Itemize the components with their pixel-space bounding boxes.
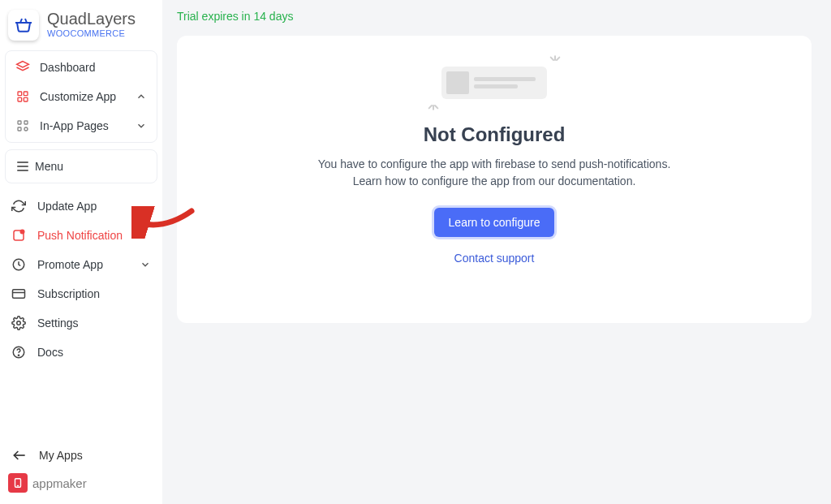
panel-desc-line1: You have to configure the app with fireb… [193, 156, 795, 173]
svg-point-16 [18, 355, 19, 355]
sidebar-item-promote-app[interactable]: Promote App [0, 250, 162, 279]
not-configured-panel: Not Configured You have to configure the… [177, 36, 812, 323]
sidebar-item-dashboard[interactable]: Dashboard [6, 53, 157, 82]
svg-rect-2 [24, 92, 28, 96]
my-apps-link[interactable]: My Apps [0, 441, 162, 470]
sidebar: QuadLayers WOOCOMMERCE Dashboard Customi… [0, 0, 162, 504]
trial-banner: Trial expires in 14 days [177, 10, 812, 23]
sidebar-item-subscription[interactable]: Subscription [0, 279, 162, 308]
sidebar-item-label: Docs [37, 346, 63, 359]
brand-block: QuadLayers WOOCOMMERCE [0, 0, 162, 47]
svg-rect-7 [18, 127, 21, 131]
card-icon [11, 286, 26, 301]
main-content: Trial expires in 14 days Not Configured … [162, 0, 831, 504]
clock-icon [11, 257, 26, 272]
contact-support-link[interactable]: Contact support [193, 252, 795, 265]
apps-icon [15, 118, 30, 133]
basket-icon [14, 15, 33, 35]
svg-rect-1 [18, 92, 22, 96]
help-icon [11, 345, 26, 360]
svg-marker-0 [17, 62, 29, 68]
nav-group-menu: Menu [5, 149, 157, 183]
svg-rect-4 [24, 97, 28, 101]
panel-title: Not Configured [193, 123, 795, 146]
placeholder-illustration [441, 67, 547, 99]
sidebar-item-inapp-pages[interactable]: In-App Pages [6, 111, 157, 140]
notification-icon [11, 228, 26, 243]
brand-subtitle: WOOCOMMERCE [47, 28, 136, 39]
panel-desc-line2: Learn how to configure the app from our … [193, 173, 795, 190]
sidebar-footer: My Apps appmaker [0, 434, 162, 504]
appmaker-icon [8, 473, 28, 493]
svg-rect-5 [18, 121, 21, 124]
gear-icon [11, 316, 26, 330]
svg-point-14 [17, 321, 21, 325]
my-apps-label: My Apps [39, 449, 83, 462]
appmaker-label: appmaker [32, 476, 87, 490]
sidebar-item-label: Settings [37, 317, 79, 330]
layers-icon [15, 60, 30, 75]
learn-to-configure-button[interactable]: Learn to configure [434, 208, 555, 237]
sidebar-item-label: In-App Pages [40, 119, 136, 132]
sidebar-item-label: Customize App [40, 90, 136, 103]
sidebar-item-customize[interactable]: Customize App [6, 82, 157, 111]
chevron-up-icon [136, 91, 147, 102]
brand-title: QuadLayers [47, 10, 136, 28]
svg-rect-3 [18, 97, 22, 101]
spark-icon [549, 55, 562, 71]
nav-group-main: Dashboard Customize App In-App Pages [5, 50, 157, 143]
sidebar-item-label: Promote App [37, 258, 140, 271]
appmaker-brand: appmaker [0, 470, 162, 496]
svg-point-10 [20, 230, 25, 235]
sidebar-item-label: Dashboard [40, 61, 147, 74]
svg-line-25 [429, 106, 432, 108]
chevron-down-icon [140, 259, 151, 270]
arrow-left-icon [11, 447, 28, 463]
svg-rect-12 [13, 290, 25, 299]
svg-line-20 [551, 58, 553, 60]
svg-line-23 [435, 106, 437, 108]
svg-rect-6 [24, 121, 28, 124]
sidebar-item-label: Push Notification [37, 229, 123, 242]
chevron-down-icon [136, 120, 147, 131]
spark-icon [427, 95, 440, 110]
sidebar-item-update-app[interactable]: Update App [0, 192, 162, 221]
sidebar-item-label: Subscription [37, 287, 100, 300]
brand-logo [8, 10, 39, 41]
sidebar-item-menu[interactable]: Menu [6, 152, 157, 181]
sidebar-item-settings[interactable]: Settings [0, 308, 162, 338]
refresh-icon [11, 199, 26, 213]
sidebar-item-label: Menu [35, 160, 63, 173]
sidebar-item-docs[interactable]: Docs [0, 338, 162, 367]
nav-plain-list: Update App Push Notification Promote App [0, 192, 162, 367]
grid-icon [15, 89, 30, 104]
svg-point-8 [24, 127, 28, 131]
svg-line-22 [557, 58, 559, 60]
sidebar-item-label: Update App [37, 200, 97, 213]
sidebar-item-push-notification[interactable]: Push Notification [0, 221, 162, 250]
hamburger-icon [17, 162, 28, 171]
